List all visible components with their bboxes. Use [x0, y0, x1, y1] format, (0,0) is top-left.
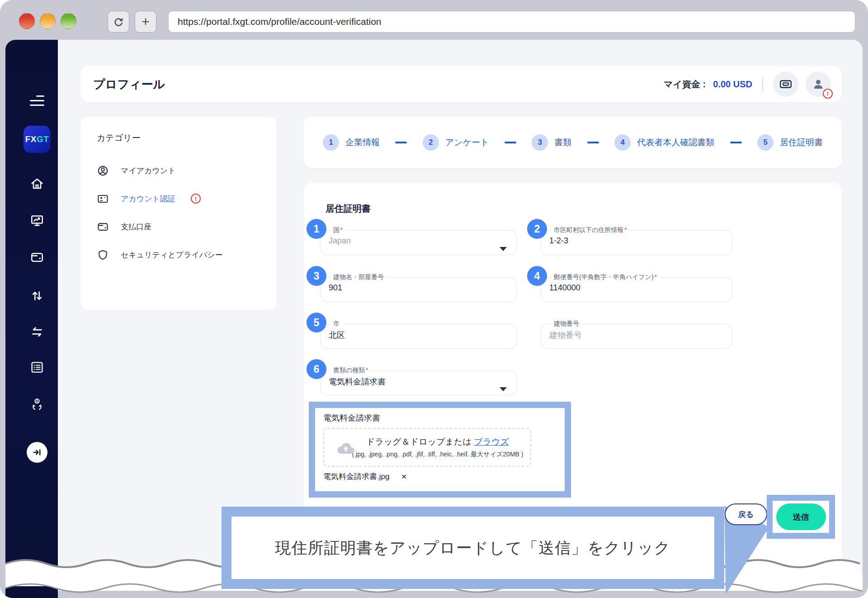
category-panel: カテゴリー マイアカウント アカウント認証 ! — [80, 117, 277, 310]
verification-alert-icon: ! — [191, 194, 201, 204]
step-representative-id[interactable]: 4 代表者本人確認書類 — [614, 134, 714, 151]
document-type-value: 電気料金請求書 — [329, 376, 509, 387]
markets-monitor-icon[interactable] — [30, 214, 44, 228]
shield-icon — [97, 249, 109, 261]
step-label: 企業情報 — [345, 137, 380, 148]
field-city[interactable]: 5 市 北区 — [320, 320, 517, 349]
step-label: アンケート — [445, 137, 489, 148]
step-company-info[interactable]: 1 企業情報 — [323, 134, 380, 151]
step-questionnaire[interactable]: 2 アンケート — [423, 134, 489, 151]
field-label: 書類の種類 — [333, 366, 365, 374]
step-documents[interactable]: 3 書類 — [532, 134, 571, 151]
funds-value: 0.00 USD — [713, 79, 752, 90]
annotation-badge-6: 6 — [307, 359, 326, 379]
step-connector — [395, 142, 407, 143]
field-label: 郵便番号(半角数字・半角ハイフン) — [554, 273, 654, 280]
rewards-icon[interactable]: $ — [30, 397, 44, 411]
annotation-badge-5: 5 — [307, 313, 326, 332]
orders-list-icon[interactable] — [30, 360, 44, 375]
window-frame-right — [863, 40, 868, 598]
sidebar-item-security-privacy[interactable]: セキュリティとプライバシー — [97, 241, 277, 269]
step-number: 3 — [532, 134, 548, 151]
voucher-button[interactable] — [773, 71, 798, 97]
sidebar-item-payment-account[interactable]: 支払口座 — [97, 213, 277, 241]
field-building-number[interactable]: 建物番号 建物番号 — [541, 320, 732, 349]
profile-menu-button[interactable]: ! — [806, 71, 831, 97]
collapse-sidebar-button[interactable] — [27, 442, 47, 463]
uploaded-file-name: 電気料金請求書.jpg — [323, 471, 389, 482]
field-address-detail[interactable]: 2 市区町村以下の住所情報* 1-2-3 — [541, 226, 732, 255]
funds-label: マイ資金 : — [664, 78, 706, 90]
field-label: 国 — [333, 226, 340, 233]
url-text: https://portal.fxgt.com/profile/account-… — [178, 16, 382, 27]
dropzone-formats: (.jpg, .jpeg, .png, .pdf, .jfif, .tiff, … — [352, 451, 524, 459]
deposit-withdraw-icon[interactable] — [30, 289, 44, 303]
fxgt-logo[interactable]: FXGT — [24, 126, 51, 153]
step-number: 1 — [323, 134, 339, 151]
browse-link[interactable]: ブラウズ — [474, 437, 509, 446]
annotation-badge-1: 1 — [307, 219, 326, 239]
step-label: 書類 — [554, 137, 571, 148]
close-window-button[interactable] — [19, 13, 35, 29]
minimize-window-button[interactable] — [40, 13, 56, 29]
url-bar[interactable]: https://portal.fxgt.com/profile/account-… — [168, 11, 855, 33]
arrow-to-bar-icon — [31, 446, 43, 458]
new-tab-button[interactable]: + — [135, 11, 156, 33]
form-title: 居住証明書 — [326, 203, 371, 215]
step-number: 2 — [423, 134, 439, 151]
step-number: 5 — [757, 134, 774, 151]
building-number-placeholder: 建物番号 — [549, 330, 724, 341]
step-proof-of-residence[interactable]: 5 居住証明書 — [757, 134, 823, 151]
sidebar-item-my-account[interactable]: マイアカウント — [97, 157, 277, 185]
verification-stepper: 1 企業情報 2 アンケート 3 書類 4 代表者本人確認書類 5 居住証明書 — [304, 117, 842, 168]
city-value: 北区 — [329, 330, 509, 341]
person-circle-icon — [97, 165, 109, 177]
svg-text:$: $ — [36, 399, 38, 403]
reload-button[interactable] — [108, 11, 129, 33]
dropzone-instruction: ドラッグ＆ドロップまたは ブラウズ — [366, 436, 509, 448]
field-label: 市区町村以下の住所情報 — [554, 226, 623, 233]
step-number: 4 — [614, 134, 631, 151]
postal-code-value: 1140000 — [549, 283, 724, 293]
browser-window: + https://portal.fxgt.com/profile/accoun… — [0, 0, 868, 598]
window-frame-left — [0, 40, 5, 598]
annotation-badge-3: 3 — [307, 266, 326, 286]
upload-section-title: 電気料金請求書 — [323, 413, 557, 423]
step-connector — [730, 142, 742, 143]
field-postal-code[interactable]: 4 郵便番号(半角数字・半角ハイフン)* 1140000 — [541, 273, 732, 302]
building-room-value: 901 — [329, 283, 509, 293]
reload-icon — [113, 16, 124, 28]
field-document-type[interactable]: 6 書類の種類* 電気料金請求書 — [320, 366, 517, 395]
menu-toggle-button[interactable] — [30, 95, 44, 109]
page-title: プロフィール — [93, 76, 165, 92]
field-building-room[interactable]: 3 建物名・部屋番号 901 — [320, 273, 517, 302]
chevron-down-icon — [500, 247, 507, 251]
field-country[interactable]: 1 国* Japan — [320, 226, 517, 255]
callout-text: 現住所証明書をアップロードして「送信」をクリック — [275, 537, 671, 559]
ticket-icon — [779, 77, 793, 91]
profile-alert-badge: ! — [823, 89, 833, 99]
header-divider — [762, 76, 763, 92]
sidebar-item-account-verification[interactable]: アカウント認証 ! — [97, 185, 277, 213]
page-header: プロフィール マイ資金 : 0.00 USD ! — [80, 66, 842, 102]
app-sidebar: FXGT $ — [5, 40, 58, 598]
browser-chrome: + https://portal.fxgt.com/profile/accoun… — [0, 0, 868, 40]
home-icon[interactable] — [30, 176, 44, 191]
uploaded-file-row: 電気料金請求書.jpg ✕ — [323, 471, 557, 482]
address-detail-value: 1-2-3 — [549, 236, 724, 246]
step-label: 代表者本人確認書類 — [637, 137, 714, 148]
back-button[interactable]: 戻る — [725, 503, 767, 525]
id-card-icon — [97, 193, 109, 205]
annotation-badge-4: 4 — [527, 266, 547, 286]
step-connector — [505, 142, 516, 143]
maximize-window-button[interactable] — [61, 13, 76, 29]
submit-button[interactable]: 送信 — [776, 503, 826, 530]
wallet-icon[interactable] — [30, 250, 44, 265]
transfer-swap-icon[interactable] — [30, 325, 44, 339]
file-dropzone[interactable]: ドラッグ＆ドロップまたは ブラウズ (.jpg, .jpeg, .png, .p… — [323, 428, 531, 467]
upload-highlight-frame: 電気料金請求書 ドラッグ＆ドロップまたは ブラウズ (.jpg, .jpeg, … — [309, 402, 571, 498]
wallet-icon — [97, 221, 109, 233]
step-label: 居住証明書 — [780, 137, 823, 148]
instruction-callout: 現住所証明書をアップロードして「送信」をクリック — [222, 507, 724, 589]
remove-file-button[interactable]: ✕ — [401, 473, 407, 481]
